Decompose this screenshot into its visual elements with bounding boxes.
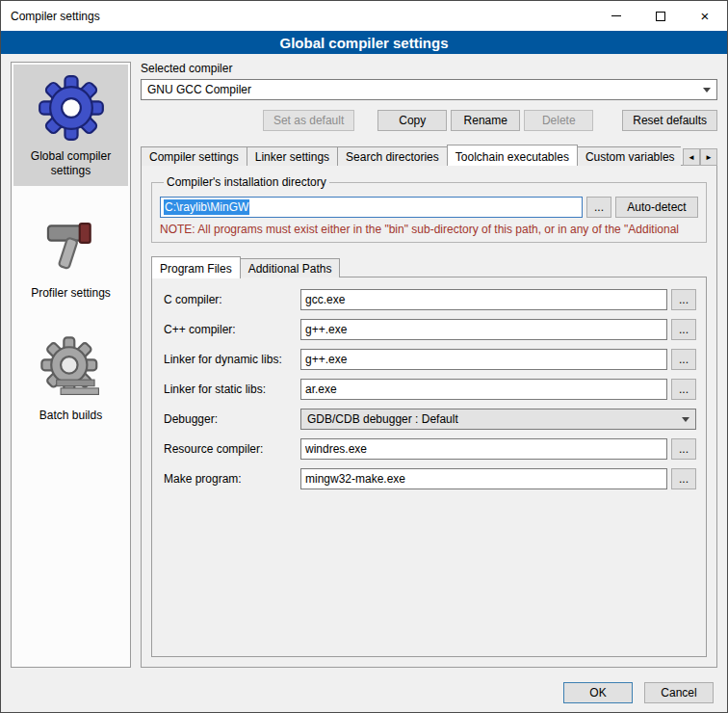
dynamic-linker-browse-button[interactable]: ... bbox=[671, 349, 696, 370]
compiler-actions: Set as default Copy Rename Delete Reset … bbox=[141, 110, 717, 131]
ok-button[interactable]: OK bbox=[563, 682, 633, 703]
field-row-resource-compiler: Resource compiler: ... bbox=[164, 438, 696, 460]
dialog-footer: OK Cancel bbox=[1, 673, 727, 712]
debugger-value: GDB/CDB debugger : Default bbox=[307, 412, 676, 426]
field-row-c-compiler: C compiler: ... bbox=[164, 289, 696, 310]
tab-scroll-left-button[interactable]: ◄ bbox=[683, 148, 700, 166]
sidebar: Global compiler settings Profiler settin… bbox=[11, 62, 131, 668]
sidebar-item-global-compiler-settings[interactable]: Global compiler settings bbox=[13, 65, 128, 186]
main-panel: Selected compiler GNU GCC Compiler Set a… bbox=[141, 62, 717, 668]
profiler-tool-icon bbox=[38, 211, 105, 278]
minimize-icon bbox=[611, 15, 621, 16]
gray-gear-icon bbox=[38, 333, 105, 401]
static-linker-input[interactable] bbox=[300, 379, 667, 400]
static-linker-label: Linker for static libs: bbox=[164, 383, 297, 396]
minimize-button[interactable] bbox=[594, 1, 638, 31]
debugger-select[interactable]: GDB/CDB debugger : Default bbox=[300, 409, 696, 430]
sidebar-item-profiler-settings[interactable]: Profiler settings bbox=[13, 201, 128, 308]
dialog-body: Global compiler settings Profiler settin… bbox=[1, 54, 727, 673]
c-compiler-browse-button[interactable]: ... bbox=[671, 289, 696, 310]
window-title: Compiler settings bbox=[1, 10, 100, 23]
tab-custom-variables[interactable]: Custom variables bbox=[577, 146, 681, 166]
tab-linker-settings[interactable]: Linker settings bbox=[247, 146, 338, 166]
blue-gear-icon bbox=[38, 74, 105, 142]
make-program-browse-button[interactable]: ... bbox=[671, 468, 696, 489]
selected-compiler-select[interactable]: GNU GCC Compiler bbox=[141, 79, 717, 100]
cancel-button[interactable]: Cancel bbox=[644, 682, 714, 703]
sidebar-item-batch-builds[interactable]: Batch builds bbox=[13, 324, 128, 431]
rename-button[interactable]: Rename bbox=[451, 110, 520, 131]
make-program-label: Make program: bbox=[164, 472, 297, 486]
close-icon: × bbox=[701, 9, 710, 23]
auto-detect-button[interactable]: Auto-detect bbox=[615, 197, 698, 218]
sidebar-item-label: Profiler settings bbox=[31, 286, 111, 301]
field-row-make-program: Make program: ... bbox=[164, 468, 696, 489]
page-title: Global compiler settings bbox=[1, 31, 727, 54]
field-row-cpp-compiler: C++ compiler: ... bbox=[164, 319, 696, 340]
titlebar-buttons: × bbox=[594, 1, 727, 31]
installation-directory-label: Compiler's installation directory bbox=[164, 175, 329, 189]
dynamic-linker-input[interactable] bbox=[300, 349, 667, 370]
chevron-down-icon bbox=[703, 88, 711, 92]
c-compiler-label: C compiler: bbox=[164, 293, 297, 306]
resource-compiler-browse-button[interactable]: ... bbox=[671, 438, 696, 460]
tab-search-directories[interactable]: Search directories bbox=[337, 146, 448, 166]
tab-scroll-arrows: ◄ ► bbox=[683, 148, 717, 166]
field-row-debugger: Debugger: GDB/CDB debugger : Default bbox=[164, 409, 696, 430]
maximize-button[interactable] bbox=[638, 1, 683, 31]
toolchain-executables-panel: Compiler's installation directory C:\ray… bbox=[141, 165, 717, 668]
tab-additional-paths[interactable]: Additional Paths bbox=[240, 258, 341, 277]
cpp-compiler-browse-button[interactable]: ... bbox=[671, 319, 696, 340]
selected-compiler-label: Selected compiler bbox=[141, 62, 717, 75]
c-compiler-input[interactable] bbox=[300, 289, 667, 310]
static-linker-browse-button[interactable]: ... bbox=[671, 379, 696, 400]
reset-defaults-button[interactable]: Reset defaults bbox=[622, 110, 717, 131]
installation-directory-row: C:\raylib\MinGW ... Auto-detect bbox=[160, 197, 698, 218]
copy-button[interactable]: Copy bbox=[377, 110, 447, 131]
resource-compiler-label: Resource compiler: bbox=[164, 442, 297, 456]
dynamic-linker-label: Linker for dynamic libs: bbox=[164, 353, 297, 366]
resource-compiler-input[interactable] bbox=[300, 438, 667, 460]
field-row-static-linker: Linker for static libs: ... bbox=[164, 379, 696, 400]
sidebar-item-label: Batch builds bbox=[39, 409, 102, 423]
set-as-default-button[interactable]: Set as default bbox=[263, 110, 354, 131]
close-button[interactable]: × bbox=[683, 1, 727, 31]
program-tabstrip: Program Files Additional Paths bbox=[151, 256, 707, 277]
titlebar: Compiler settings × bbox=[1, 1, 727, 31]
program-files-panel: C compiler: ... C++ compiler: ... Linker… bbox=[151, 277, 707, 657]
delete-button[interactable]: Delete bbox=[524, 110, 593, 131]
selected-compiler-value: GNU GCC Compiler bbox=[147, 83, 697, 96]
arrow-left-icon: ◄ bbox=[688, 153, 695, 162]
tab-scroll-right-button[interactable]: ► bbox=[700, 148, 717, 166]
installation-directory-value: C:\raylib\MinGW bbox=[164, 199, 249, 215]
cpp-compiler-input[interactable] bbox=[300, 319, 667, 340]
arrow-right-icon: ► bbox=[705, 153, 713, 162]
debugger-label: Debugger: bbox=[164, 412, 297, 426]
field-row-dynamic-linker: Linker for dynamic libs: ... bbox=[164, 349, 696, 370]
installation-directory-input[interactable]: C:\raylib\MinGW bbox=[160, 197, 583, 218]
chevron-down-icon bbox=[682, 417, 689, 422]
compiler-settings-window: Compiler settings × Global compiler sett… bbox=[0, 0, 728, 713]
tab-toolchain-executables[interactable]: Toolchain executables bbox=[447, 145, 578, 166]
make-program-input[interactable] bbox=[300, 468, 667, 489]
maximize-icon bbox=[656, 12, 665, 21]
installation-directory-group: Compiler's installation directory C:\ray… bbox=[151, 175, 707, 243]
tab-program-files[interactable]: Program Files bbox=[151, 256, 241, 278]
sidebar-item-label: Global compiler settings bbox=[17, 149, 124, 178]
installation-directory-note: NOTE: All programs must exist either in … bbox=[160, 223, 698, 236]
installation-directory-browse-button[interactable]: ... bbox=[586, 197, 611, 218]
tab-compiler-settings[interactable]: Compiler settings bbox=[141, 146, 247, 166]
cpp-compiler-label: C++ compiler: bbox=[164, 323, 297, 336]
tabs-scroll-area: Compiler settings Linker settings Search… bbox=[141, 145, 681, 166]
settings-tabstrip: Compiler settings Linker settings Search… bbox=[141, 145, 717, 166]
